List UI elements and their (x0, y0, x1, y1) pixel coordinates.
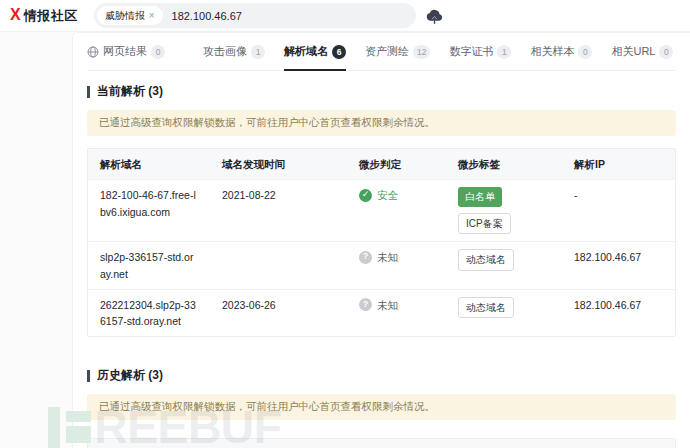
tab-label: 网页结果 (103, 44, 147, 59)
top-header: X 情报社区 威胁情报 × 182.100.46.67 (0, 0, 690, 32)
tab-related-samples[interactable]: 相关样本 0 (530, 33, 592, 70)
cell-tags: 动态域名 (446, 290, 562, 326)
cell-ip: 182.100.46.67 (562, 242, 675, 272)
tab-attack-profile[interactable]: 攻击画像 1 (203, 33, 265, 70)
search-query-text: 182.100.46.67 (172, 10, 242, 22)
section-title-text: 历史解析 (3) (97, 367, 163, 384)
tab-label: 相关样本 (530, 44, 574, 59)
search-input[interactable]: 威胁情报 × 182.100.46.67 (94, 3, 416, 28)
title-bar-decoration (87, 86, 90, 98)
tab-label: 解析域名 (284, 44, 328, 59)
tab-count-badge: 12 (413, 45, 430, 59)
cell-found-time: 2021-08-22 (210, 180, 347, 210)
cloud-upload-button[interactable] (425, 8, 444, 24)
cell-domain[interactable]: 262212304.slp2p-336157-std.oray.net (88, 290, 210, 337)
cell-ip: 182.100.46.67 (562, 290, 675, 320)
tab-count-badge: 0 (659, 45, 673, 59)
tab-web-results[interactable]: 网页结果 0 (87, 33, 165, 70)
col-found-time: 域名发现时间 (210, 149, 347, 179)
history-resolution-title: 历史解析 (3) (87, 367, 676, 384)
table-row: slp2p-336157-std.oray.net ? 未知 动态域名 182.… (88, 241, 675, 289)
cloud-upload-icon (425, 8, 444, 24)
tab-count-badge: 0 (578, 45, 592, 59)
site-logo[interactable]: X 情报社区 (10, 7, 78, 25)
verdict-text: 未知 (377, 297, 398, 313)
history-resolution-table: 时间 域名 2023-06-26 182-100-46-67.free-lbv6… (87, 438, 676, 448)
table-row: 182-100-46-67.free-lbv6.ixigua.com 2021-… (88, 179, 675, 241)
section-title-text: 当前解析 (3) (97, 83, 163, 100)
verdict-text: 未知 (377, 249, 398, 265)
tab-count-badge: 1 (497, 45, 511, 59)
permission-notice-banner: 已通过高级查询权限解锁数据，可前往用户中心首页查看权限剩余情况。 (87, 394, 676, 420)
title-bar-decoration (87, 370, 90, 382)
col-time: 时间 (88, 439, 183, 448)
table-header-row: 时间 域名 (88, 439, 675, 448)
cell-verdict: ✓ 安全 (347, 180, 446, 210)
cell-verdict: ? 未知 (347, 242, 446, 272)
search-filter-tag[interactable]: 威胁情报 × (97, 6, 163, 25)
cell-found-time (210, 242, 347, 256)
tab-count-badge: 0 (151, 45, 165, 59)
tab-related-url[interactable]: 相关URL 0 (611, 33, 673, 70)
cell-ip: - (562, 180, 675, 210)
main-card: 网页结果 0 攻击画像 1 解析域名 6 资产测绘 12 数字证书 1 相关样本… (72, 32, 690, 448)
search-tag-label: 威胁情报 (105, 9, 145, 23)
tab-asset-mapping[interactable]: 资产测绘 12 (365, 33, 430, 70)
tab-count-badge: 1 (251, 45, 265, 59)
cell-tags: 动态域名 (446, 242, 562, 278)
col-domains: 域名 (183, 439, 675, 448)
unknown-question-icon: ? (359, 251, 372, 264)
tab-label: 相关URL (611, 44, 655, 59)
tab-label: 数字证书 (449, 44, 493, 59)
tab-resolved-domains[interactable]: 解析域名 6 (284, 33, 346, 70)
col-verdict: 微步判定 (347, 149, 446, 179)
globe-icon (87, 46, 99, 58)
dynamic-domain-tag[interactable]: 动态域名 (458, 249, 514, 271)
current-resolution-title: 当前解析 (3) (87, 83, 676, 100)
tab-count-badge: 6 (332, 45, 346, 59)
permission-notice-banner: 已通过高级查询权限解锁数据，可前往用户中心首页查看权限剩余情况。 (87, 110, 676, 136)
unknown-question-icon: ? (359, 298, 372, 311)
whitelist-tag[interactable]: 白名单 (458, 187, 502, 207)
tab-label: 攻击画像 (203, 44, 247, 59)
verdict-text: 安全 (377, 187, 398, 203)
dynamic-domain-tag[interactable]: 动态域名 (458, 297, 514, 319)
cell-verdict: ? 未知 (347, 290, 446, 320)
tag-close-icon[interactable]: × (149, 10, 155, 21)
tab-label: 资产测绘 (365, 44, 409, 59)
result-tabs: 网页结果 0 攻击画像 1 解析域名 6 资产测绘 12 数字证书 1 相关样本… (87, 33, 676, 71)
cell-found-time: 2023-06-26 (210, 290, 347, 320)
table-row: 262212304.slp2p-336157-std.oray.net 2023… (88, 289, 675, 337)
cell-tags: 白名单 ICP备案 (446, 180, 562, 241)
table-header-row: 解析域名 域名发现时间 微步判定 微步标签 解析IP (88, 149, 675, 179)
safe-check-icon: ✓ (359, 189, 372, 202)
logo-title: 情报社区 (24, 7, 78, 25)
col-ip: 解析IP (562, 149, 675, 179)
cell-domain[interactable]: slp2p-336157-std.oray.net (88, 242, 210, 289)
current-resolution-table: 解析域名 域名发现时间 微步判定 微步标签 解析IP 182-100-46-67… (87, 148, 676, 337)
icp-tag[interactable]: ICP备案 (458, 213, 511, 235)
tab-certificates[interactable]: 数字证书 1 (449, 33, 511, 70)
col-domain: 解析域名 (88, 149, 210, 179)
cell-domain[interactable]: 182-100-46-67.free-lbv6.ixigua.com (88, 180, 210, 227)
logo-x-icon: X (10, 7, 21, 23)
col-tags: 微步标签 (446, 149, 562, 179)
